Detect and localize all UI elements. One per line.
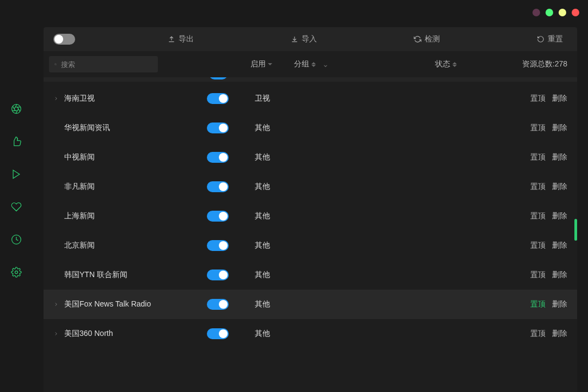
pin-action[interactable]: 置顶 xyxy=(530,152,546,162)
pin-action[interactable]: 置顶 xyxy=(530,123,546,133)
col-group-header[interactable]: 分组 ⌄ xyxy=(294,59,435,69)
sort-icon xyxy=(311,62,316,67)
enable-toggle[interactable] xyxy=(207,93,229,104)
enable-toggle[interactable] xyxy=(207,181,229,192)
close-button[interactable] xyxy=(572,9,579,16)
row-actions: 置顶 删除 xyxy=(530,270,567,280)
table-row[interactable]: 华视新闻资讯 其他 置顶 删除 xyxy=(44,113,577,143)
row-actions: 置顶 删除 xyxy=(530,152,567,162)
table-header: 启用 分组 ⌄ 状态 资源总数:278 xyxy=(44,51,577,77)
delete-action[interactable]: 删除 xyxy=(552,211,567,221)
chevron-down-icon: ⌄ xyxy=(322,60,329,69)
row-toggle-cell xyxy=(207,152,255,163)
table-row[interactable]: 北京新闻 其他 置顶 删除 xyxy=(44,231,577,260)
import-label: 导入 xyxy=(302,34,317,44)
pin-action[interactable]: 置顶 xyxy=(530,182,546,192)
channel-name: 上海新闻 xyxy=(64,211,95,221)
import-button[interactable]: 导入 xyxy=(286,32,321,46)
upload-icon xyxy=(168,35,175,43)
delete-action[interactable]: 删除 xyxy=(552,94,567,103)
row-name: 中视新闻 xyxy=(49,152,207,162)
row-group: 其他 xyxy=(255,123,396,133)
row-group: 其他 xyxy=(255,211,396,221)
channel-name: 北京新闻 xyxy=(64,241,95,250)
row-toggle-cell xyxy=(207,299,255,310)
table-row[interactable]: 海南卫视 卫视 置顶 删除 xyxy=(44,84,577,113)
table-body[interactable]: 海南卫视 卫视 置顶 删除 华视新闻资讯 其他 置顶 删除 中视新闻 xyxy=(44,77,577,392)
channel-name: 韩国YTN 联合新闻 xyxy=(64,270,127,280)
row-group: 卫视 xyxy=(255,94,396,103)
scroll-thumb[interactable] xyxy=(574,219,577,241)
row-group: 其他 xyxy=(255,329,396,339)
export-button[interactable]: 导出 xyxy=(163,32,198,46)
pin-action[interactable]: 置顶 xyxy=(530,299,546,309)
search-box[interactable] xyxy=(49,56,158,72)
delete-action[interactable]: 删除 xyxy=(552,241,567,250)
row-toggle-cell xyxy=(207,240,255,251)
table-row[interactable]: 中视新闻 其他 置顶 删除 xyxy=(44,143,577,172)
sort-icon xyxy=(452,62,457,67)
check-label: 检测 xyxy=(425,34,440,44)
row-group: 其他 xyxy=(255,152,396,162)
maximize-button[interactable] xyxy=(559,9,566,16)
delete-action[interactable]: 删除 xyxy=(552,299,567,309)
channel-name: 中视新闻 xyxy=(64,152,95,162)
row-actions: 置顶 删除 xyxy=(530,211,567,221)
row-actions: 置顶 删除 xyxy=(530,241,567,250)
reset-label: 重置 xyxy=(548,34,563,44)
enable-toggle[interactable] xyxy=(207,240,229,251)
partial-row xyxy=(44,77,577,82)
pin-action[interactable]: 置顶 xyxy=(530,211,546,221)
row-actions: 置顶 删除 xyxy=(530,123,567,133)
row-toggle-cell xyxy=(207,93,255,104)
aperture-icon[interactable] xyxy=(11,103,22,114)
thumbs-up-icon[interactable] xyxy=(11,136,22,147)
table-row[interactable]: 美国360 North 其他 置顶 删除 xyxy=(44,319,577,348)
enable-toggle[interactable] xyxy=(207,152,229,163)
heart-icon[interactable] xyxy=(11,201,22,212)
play-icon[interactable] xyxy=(11,169,22,180)
refresh-icon xyxy=(414,35,421,43)
chevron-right-icon xyxy=(53,96,59,101)
row-name: 美国Fox News Talk Radio xyxy=(49,299,207,309)
row-toggle-cell xyxy=(207,211,255,222)
enable-toggle[interactable] xyxy=(207,122,229,133)
row-name: 非凡新闻 xyxy=(49,182,207,192)
settings-icon[interactable] xyxy=(11,267,22,278)
delete-action[interactable]: 删除 xyxy=(552,329,567,339)
channel-name: 非凡新闻 xyxy=(64,182,95,192)
table-row[interactable]: 上海新闻 其他 置顶 删除 xyxy=(44,201,577,231)
toolbar: 导出 导入 检测 重置 xyxy=(44,27,577,51)
table-row[interactable]: 韩国YTN 联合新闻 其他 置顶 删除 xyxy=(44,260,577,290)
enable-toggle[interactable] xyxy=(207,299,229,310)
search-icon xyxy=(54,60,57,68)
pin-button[interactable] xyxy=(532,9,540,16)
clock-icon[interactable] xyxy=(11,234,22,245)
row-name: 上海新闻 xyxy=(49,211,207,221)
enable-toggle[interactable] xyxy=(207,270,229,280)
minimize-button[interactable] xyxy=(546,9,553,16)
table-row[interactable]: 非凡新闻 其他 置顶 删除 xyxy=(44,172,577,201)
pin-action[interactable]: 置顶 xyxy=(530,94,546,103)
pin-action[interactable]: 置顶 xyxy=(530,270,546,280)
main-toggle[interactable] xyxy=(53,34,75,45)
col-status-header[interactable]: 状态 xyxy=(435,59,522,69)
window-controls xyxy=(532,9,579,16)
table-row[interactable]: 美国Fox News Talk Radio 其他 置顶 删除 xyxy=(44,290,577,319)
row-group: 其他 xyxy=(255,182,396,192)
col-enable-header[interactable]: 启用 xyxy=(250,59,294,69)
delete-action[interactable]: 删除 xyxy=(552,270,567,280)
row-toggle-cell xyxy=(207,122,255,133)
delete-action[interactable]: 删除 xyxy=(552,182,567,192)
search-input[interactable] xyxy=(61,60,152,69)
delete-action[interactable]: 删除 xyxy=(552,152,567,162)
pin-action[interactable]: 置顶 xyxy=(530,329,546,339)
reset-button[interactable]: 重置 xyxy=(532,32,567,46)
delete-action[interactable]: 删除 xyxy=(552,123,567,133)
enable-toggle[interactable] xyxy=(207,328,229,339)
download-icon xyxy=(291,35,298,43)
check-button[interactable]: 检测 xyxy=(409,32,444,46)
row-name: 韩国YTN 联合新闻 xyxy=(49,270,207,280)
pin-action[interactable]: 置顶 xyxy=(530,241,546,250)
enable-toggle[interactable] xyxy=(207,211,229,222)
